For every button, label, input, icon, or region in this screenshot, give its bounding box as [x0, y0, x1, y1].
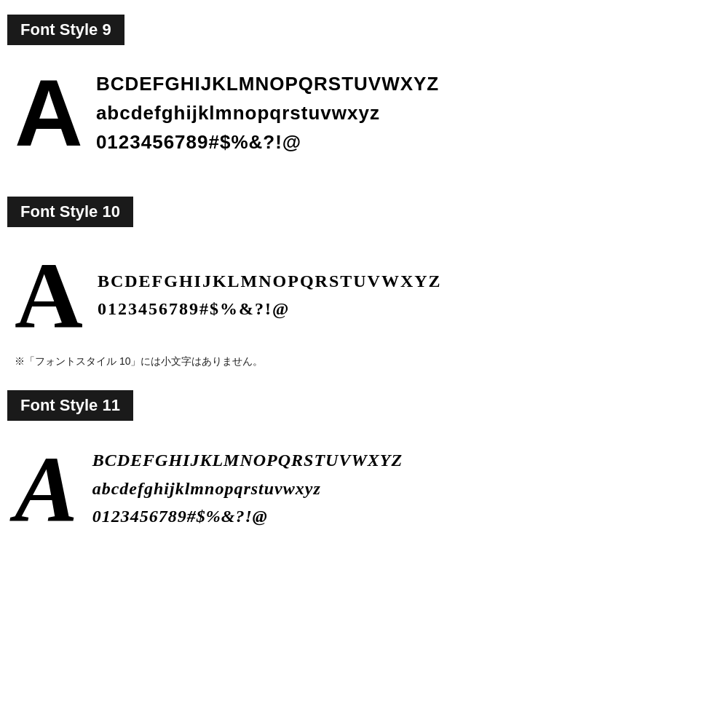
font-style-11-header: Font Style 11: [7, 390, 133, 421]
font-style-9-line-3: 0123456789#$%&?!@: [96, 127, 439, 157]
font-style-11-line-2: abcdefghijklmnopqrstuvwxyz: [92, 475, 403, 502]
font-style-10-line-2: 0123456789#$%&?!@: [98, 295, 442, 323]
font-style-11-section: Font Style 11 A BCDEFGHIJKLMNOPQRSTUVWXY…: [7, 390, 721, 550]
page-container: Font Style 9 A BCDEFGHIJKLMNOPQRSTUVWXYZ…: [0, 0, 728, 728]
font-style-10-line-1: BCDEFGHIJKLMNOPQRSTUVWXYZ: [98, 267, 442, 295]
font-style-10-big-letter: A: [15, 248, 83, 342]
font-style-10-section: Font Style 10 A BCDEFGHIJKLMNOPQRSTUVWXY…: [7, 197, 721, 368]
font-style-9-header: Font Style 9: [7, 15, 124, 45]
font-style-10-note: ※「フォントスタイル 10」には小文字はありません。: [7, 355, 721, 368]
font-style-10-demo: A BCDEFGHIJKLMNOPQRSTUVWXYZ 0123456789#$…: [7, 240, 721, 349]
font-style-11-line-3: 0123456789#$%&?!@: [92, 502, 403, 530]
font-style-11-big-letter: A: [15, 441, 78, 536]
font-style-11-demo: A BCDEFGHIJKLMNOPQRSTUVWXYZ abcdefghijkl…: [7, 434, 721, 550]
font-style-10-chars: BCDEFGHIJKLMNOPQRSTUVWXYZ 0123456789#$%&…: [98, 267, 442, 323]
font-style-10-header: Font Style 10: [7, 197, 133, 227]
font-style-9-title: Font Style 9: [20, 20, 111, 39]
font-style-11-chars: BCDEFGHIJKLMNOPQRSTUVWXYZ abcdefghijklmn…: [92, 446, 403, 530]
font-style-9-line-2: abcdefghijklmnopqrstuvwxyz: [96, 98, 439, 127]
font-style-9-big-letter: A: [15, 66, 82, 160]
font-style-11-title: Font Style 11: [20, 396, 120, 414]
font-style-9-chars: BCDEFGHIJKLMNOPQRSTUVWXYZ abcdefghijklmn…: [96, 69, 439, 157]
font-style-9-demo: A BCDEFGHIJKLMNOPQRSTUVWXYZ abcdefghijkl…: [7, 58, 721, 175]
font-style-9-section: Font Style 9 A BCDEFGHIJKLMNOPQRSTUVWXYZ…: [7, 15, 721, 175]
font-style-9-line-1: BCDEFGHIJKLMNOPQRSTUVWXYZ: [96, 69, 439, 98]
font-style-11-line-1: BCDEFGHIJKLMNOPQRSTUVWXYZ: [92, 446, 403, 474]
font-style-10-title: Font Style 10: [20, 202, 120, 221]
